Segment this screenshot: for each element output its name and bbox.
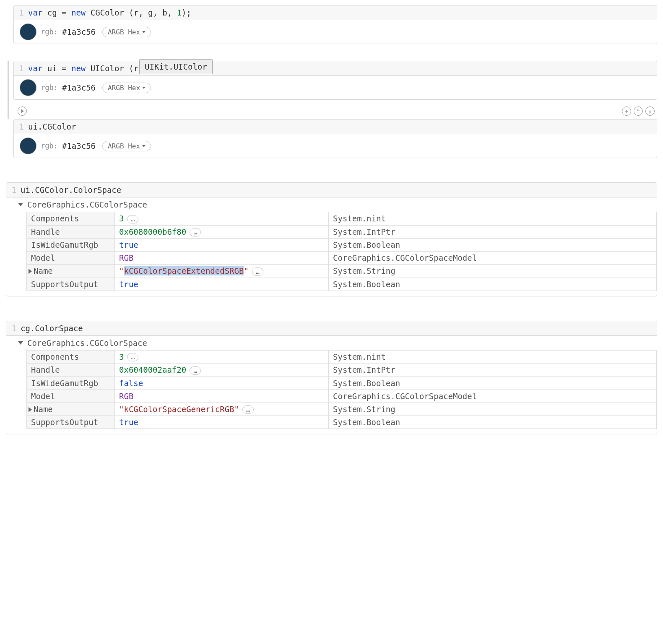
property-row: ModelRGBCoreGraphics.CGColorSpaceModel <box>27 390 657 402</box>
rgb-value: #1a3c56 <box>62 27 96 36</box>
color-swatch[interactable] <box>20 23 36 40</box>
property-value: RGB <box>115 390 329 402</box>
property-value: true <box>115 278 329 291</box>
property-name: Components <box>27 212 115 226</box>
property-value: false <box>115 377 329 390</box>
disclosure-right-icon <box>29 269 33 274</box>
property-value: "kCGColorSpaceExtendedSRGB"… <box>115 265 329 278</box>
property-type: System.Boolean <box>329 239 657 252</box>
object-type: CoreGraphics.CGColorSpace <box>27 200 147 209</box>
cell-cg-colorspace: 1 cg.ColorSpace CoreGraphics.CGColorSpac… <box>6 321 657 435</box>
property-type: System.nint <box>329 350 657 364</box>
property-row: IsWideGamutRgbfalseSystem.Boolean <box>27 377 657 390</box>
property-type: System.IntPtr <box>329 225 657 239</box>
object-header[interactable]: CoreGraphics.CGColorSpace <box>6 336 657 350</box>
code-line[interactable]: 1 cg.ColorSpace <box>6 321 657 336</box>
property-type: CoreGraphics.CGColorSpaceModel <box>329 390 657 402</box>
chevron-down-icon <box>142 145 146 147</box>
chevron-down-icon <box>142 87 146 89</box>
expand-button[interactable]: … <box>127 353 138 361</box>
property-row: Handle0x6040002aaf20…System.IntPtr <box>27 364 657 377</box>
cell-ui-cgcolor: 1 ui.CGColor rgb: #1a3c56 ARGB Hex <box>13 119 657 158</box>
expand-button[interactable]: … <box>190 228 201 236</box>
result-row: rgb: #1a3c56 ARGB Hex <box>14 20 657 44</box>
rgb-label: rgb: <box>41 28 58 36</box>
rgb-value: #1a3c56 <box>62 83 96 92</box>
run-button[interactable] <box>18 106 27 116</box>
line-number: 1 <box>10 324 21 333</box>
add-cell-button[interactable]: + <box>622 106 631 116</box>
property-table: Components3…System.nintHandle0x6080000b6… <box>26 212 657 291</box>
property-row: SupportsOutputtrueSystem.Boolean <box>27 278 657 291</box>
code-text: ui.CGColor <box>28 122 76 131</box>
property-value: 3… <box>115 350 329 364</box>
color-swatch[interactable] <box>20 138 36 154</box>
cell-uicolor: 1 var ui = new UIColor (r, g, b, 1) rgb:… <box>13 61 657 100</box>
property-row: SupportsOutputtrueSystem.Boolean <box>27 416 657 429</box>
property-name: Components <box>27 350 115 364</box>
property-row: IsWideGamutRgbtrueSystem.Boolean <box>27 239 657 252</box>
property-type: System.String <box>329 402 657 416</box>
code-line[interactable]: 1 ui.CGColor.ColorSpace <box>6 183 657 197</box>
property-value: true <box>115 416 329 429</box>
code-text: ui.CGColor.ColorSpace <box>21 185 121 195</box>
type-tooltip: UIKit.UIColor <box>139 59 213 74</box>
cell-controls: + ❝ ✕ <box>6 106 657 119</box>
rgb-label: rgb: <box>41 142 58 150</box>
disclosure-down-icon <box>18 203 23 206</box>
code-text: cg.ColorSpace <box>21 324 83 333</box>
line-number: 1 <box>10 185 21 195</box>
property-name: Handle <box>27 364 115 377</box>
property-name: Model <box>27 252 115 265</box>
quote-button[interactable]: ❝ <box>634 106 643 116</box>
property-name: Model <box>27 390 115 402</box>
code-line[interactable]: 1 ui.CGColor <box>14 119 657 134</box>
property-type: System.IntPtr <box>329 364 657 377</box>
rgb-value: #1a3c56 <box>62 141 96 151</box>
code-line[interactable]: 1 var ui = new UIColor (r, g, b, 1) <box>14 61 657 76</box>
property-name[interactable]: Name <box>27 265 115 278</box>
expand-button[interactable]: … <box>190 366 201 375</box>
property-name[interactable]: Name <box>27 402 115 416</box>
cell-ui-colorspace: 1 ui.CGColor.ColorSpace CoreGraphics.CGC… <box>6 182 657 296</box>
line-number: 1 <box>18 64 28 73</box>
expand-button[interactable]: … <box>252 267 263 276</box>
format-dropdown[interactable]: ARGB Hex <box>102 141 151 151</box>
property-row: Name"kCGColorSpaceGenericRGB"…System.Str… <box>27 402 657 416</box>
disclosure-down-icon <box>18 341 23 345</box>
object-header[interactable]: CoreGraphics.CGColorSpace <box>6 197 657 212</box>
color-swatch[interactable] <box>20 79 36 96</box>
rgb-label: rgb: <box>41 83 58 92</box>
property-row: Components3…System.nint <box>27 350 657 364</box>
property-name: IsWideGamutRgb <box>27 377 115 390</box>
format-dropdown[interactable]: ARGB Hex <box>102 83 151 93</box>
line-number: 1 <box>18 8 28 17</box>
property-name: IsWideGamutRgb <box>27 239 115 252</box>
property-value: 0x6040002aaf20… <box>115 364 329 377</box>
property-table: Components3…System.nintHandle0x6040002aa… <box>26 350 657 429</box>
format-dropdown[interactable]: ARGB Hex <box>102 27 151 37</box>
property-row: Handle0x6080000b6f80…System.IntPtr <box>27 225 657 239</box>
property-value: "kCGColorSpaceGenericRGB"… <box>115 402 329 416</box>
line-number: 1 <box>18 122 28 131</box>
property-name: SupportsOutput <box>27 416 115 429</box>
disclosure-right-icon <box>29 407 33 412</box>
result-row: rgb: #1a3c56 ARGB Hex <box>14 134 657 158</box>
property-type: System.nint <box>329 212 657 226</box>
property-value: RGB <box>115 252 329 265</box>
property-row: Name"kCGColorSpaceExtendedSRGB"…System.S… <box>27 265 657 278</box>
property-value: true <box>115 239 329 252</box>
property-type: System.Boolean <box>329 416 657 429</box>
expand-button[interactable]: … <box>242 405 254 414</box>
property-row: ModelRGBCoreGraphics.CGColorSpaceModel <box>27 252 657 265</box>
object-type: CoreGraphics.CGColorSpace <box>27 338 147 348</box>
close-cell-button[interactable]: ✕ <box>645 106 655 116</box>
property-name: SupportsOutput <box>27 278 115 291</box>
expand-button[interactable]: … <box>127 215 138 223</box>
property-type: System.Boolean <box>329 377 657 390</box>
result-row: rgb: #1a3c56 ARGB Hex <box>14 76 657 99</box>
code-line[interactable]: 1 var cg = new CGColor (r, g, b, 1); <box>14 5 657 20</box>
property-type: CoreGraphics.CGColorSpaceModel <box>329 252 657 265</box>
property-name: Handle <box>27 225 115 239</box>
code-text: var cg = new CGColor (r, g, b, 1); <box>28 8 191 17</box>
